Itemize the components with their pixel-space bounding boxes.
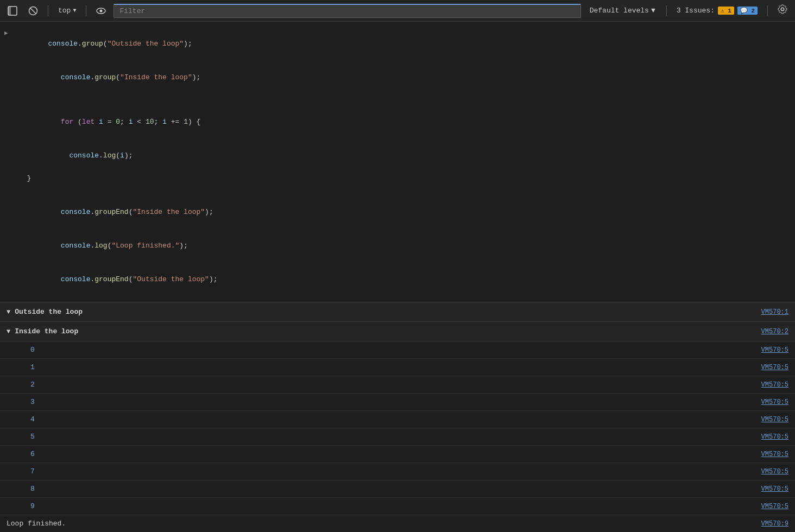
sidebar-icon [8, 6, 17, 16]
log-entry-row: 7 VM570:5 [0, 463, 795, 480]
warning-icon: ⚠ [721, 8, 724, 14]
divider-3 [666, 5, 667, 16]
inside-loop-label: Inside the loop [15, 327, 761, 335]
code-text-2: console.group("Inside the loop"); [14, 61, 200, 94]
log-entry-source[interactable]: VM570:5 [761, 398, 788, 406]
inspect-button[interactable] [93, 4, 109, 18]
log-entry-row: 9 VM570:5 [0, 498, 795, 515]
collapse-arrow-icon: ▼ [7, 308, 10, 316]
outside-loop-source[interactable]: VM570:1 [761, 308, 788, 316]
code-text-5: console.log(i); [14, 140, 133, 172]
inside-loop-source[interactable]: VM570:2 [761, 328, 788, 335]
svg-line-3 [30, 8, 36, 14]
sidebar-toggle-button[interactable] [4, 4, 21, 18]
collapse-arrow-icon-2: ▼ [7, 328, 10, 335]
console-body: ▶ console.group("Outside the loop"); con… [0, 22, 795, 532]
loop-finished-text: Loop finished. [7, 520, 761, 528]
code-section: ▶ console.group("Outside the loop"); con… [0, 22, 795, 302]
clear-console-button[interactable] [25, 4, 41, 18]
code-text-4: for (let i = 0; i < 10; i += 1) { [14, 106, 200, 138]
info-count: 2 [751, 8, 755, 14]
log-entry-value: 1 [30, 363, 761, 371]
chevron-down-icon: ▼ [73, 8, 76, 14]
no-arrow-3 [4, 140, 11, 150]
warning-badge: ⚠ 1 [718, 7, 734, 15]
log-entry-row: 6 VM570:5 [0, 446, 795, 463]
code-line-3 [0, 94, 795, 105]
log-entry-source[interactable]: VM570:5 [761, 346, 788, 354]
log-entry-source[interactable]: VM570:5 [761, 451, 788, 458]
divider-4 [767, 5, 768, 16]
svg-point-5 [100, 9, 103, 12]
issues-count: 3 Issues: ⚠ 1 💬 2 [673, 7, 761, 15]
log-entry-value: 6 [30, 450, 761, 458]
no-arrow-6 [4, 230, 11, 240]
warning-count: 1 [728, 8, 731, 14]
log-entry-value: 2 [30, 381, 761, 389]
toolbar: top ▼ Default levels ▼ 3 Issues: ⚠ 1 💬 2 [0, 0, 795, 22]
log-levels-label: Default levels [590, 7, 649, 15]
log-entry-source[interactable]: VM570:5 [761, 381, 788, 389]
log-entry-row: 8 VM570:5 [0, 480, 795, 498]
code-line-9: console.log("Loop finished."); [0, 229, 795, 263]
outside-loop-group[interactable]: ▼ Outside the loop VM570:1 [0, 302, 795, 322]
log-entry-source[interactable]: VM570:5 [761, 433, 788, 441]
log-entry-value: 7 [30, 467, 761, 476]
code-line-8: console.groupEnd("Inside the loop"); [0, 195, 795, 229]
log-levels-selector[interactable]: Default levels ▼ [585, 4, 660, 17]
code-line-2: console.group("Inside the loop"); [0, 61, 795, 94]
info-icon: 💬 [740, 8, 748, 14]
log-entry-row: 1 VM570:5 [0, 359, 795, 376]
no-arrow-4 [4, 173, 11, 184]
divider-1 [48, 5, 48, 16]
chevron-down-icon-2: ▼ [651, 7, 655, 15]
code-line-5: console.log(i); [0, 139, 795, 173]
ban-icon [28, 6, 38, 16]
context-label: top [58, 7, 71, 15]
no-arrow [4, 61, 11, 72]
loop-finished-source[interactable]: VM570:9 [761, 520, 788, 528]
code-text-6: } [14, 173, 31, 184]
inside-loop-group[interactable]: ▼ Inside the loop VM570:2 [0, 322, 795, 341]
log-entry-source[interactable]: VM570:5 [761, 364, 788, 371]
eye-icon [96, 6, 106, 16]
outside-loop-label: Outside the loop [15, 308, 761, 316]
no-arrow-2 [4, 106, 11, 117]
code-line-7 [0, 185, 795, 195]
log-entry-source[interactable]: VM570:5 [761, 485, 788, 493]
log-entry-row: 4 VM570:5 [0, 411, 795, 428]
log-entry-row: 0 VM570:5 [0, 341, 795, 359]
log-entry-value: 3 [30, 398, 761, 406]
gear-icon [778, 4, 787, 14]
code-text-10: console.groupEnd("Outside the loop"); [14, 263, 218, 296]
log-entry-source[interactable]: VM570:5 [761, 468, 788, 476]
log-entry-source[interactable]: VM570:5 [761, 416, 788, 423]
log-entry-row: 2 VM570:5 [0, 376, 795, 394]
code-line-1: ▶ console.group("Outside the loop"); [0, 27, 795, 61]
filter-input[interactable] [113, 4, 581, 18]
svg-rect-1 [8, 7, 11, 15]
code-line-6: } [0, 173, 795, 185]
code-text-9: console.log("Loop finished."); [14, 230, 188, 262]
log-entry-value: 5 [30, 433, 761, 441]
info-badge: 💬 2 [737, 7, 758, 15]
log-entry-value: 0 [30, 346, 761, 354]
code-text-8: console.groupEnd("Inside the loop"); [14, 196, 213, 229]
issues-label: 3 Issues: [677, 7, 715, 15]
log-entry-value: 4 [30, 415, 761, 423]
code-line-4: for (let i = 0; i < 10; i += 1) { [0, 105, 795, 139]
context-selector[interactable]: top ▼ [55, 4, 79, 17]
log-entry-source[interactable]: VM570:5 [761, 503, 788, 510]
settings-button[interactable] [774, 2, 791, 19]
log-entry-row: 5 VM570:5 [0, 428, 795, 446]
log-entries-container: 0 VM570:5 1 VM570:5 2 VM570:5 3 VM570:5 … [0, 341, 795, 515]
no-arrow-7 [4, 263, 11, 274]
code-text-1: console.group("Outside the loop"); [14, 28, 192, 60]
log-entry-value: 8 [30, 485, 761, 493]
log-entry-value: 9 [30, 502, 761, 510]
divider-2 [86, 5, 86, 16]
expand-arrow-icon[interactable]: ▶ [4, 28, 11, 39]
no-arrow-5 [4, 196, 11, 207]
log-entry-row: 3 VM570:5 [0, 394, 795, 411]
code-line-10: console.groupEnd("Outside the loop"); [0, 263, 795, 296]
